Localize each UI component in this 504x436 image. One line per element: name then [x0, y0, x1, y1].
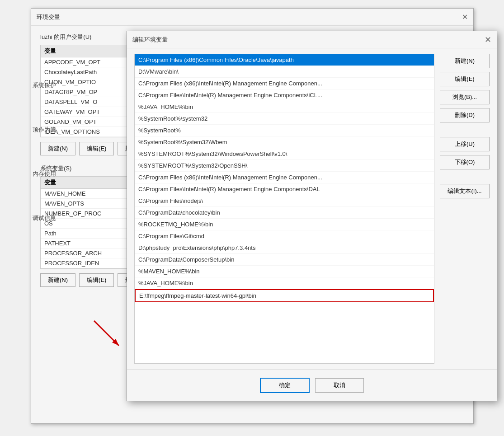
list-item[interactable]: %SystemRoot%\system32 [135, 113, 434, 125]
list-item[interactable]: C:\Program Files\Intel\Intel(R) Manageme… [135, 183, 434, 195]
list-item[interactable]: C:\Program Files (x86)\Intel\Intel(R) Ma… [135, 172, 434, 183]
edit-dialog-body: C:\Program Files (x86)\Common Files\Orac… [127, 48, 497, 369]
sys-new-button[interactable]: 新建(N) [40, 273, 75, 287]
path-list[interactable]: C:\Program Files (x86)\Common Files\Orac… [134, 54, 434, 364]
list-item[interactable]: %JAVA_HOME%\bin [135, 277, 434, 289]
edit-dialog-title: 编辑环境变量 [132, 36, 168, 44]
edit-edittext-button[interactable]: 编辑文本(I)... [440, 184, 490, 198]
list-item[interactable]: C:\ProgramData\chocolatey\bin [135, 207, 434, 219]
list-item[interactable]: %SystemRoot% [135, 125, 434, 136]
sidebar-item-sysprotect[interactable]: 系统保护 [33, 81, 65, 89]
edit-browse-button[interactable]: 浏览(B)... [440, 90, 490, 104]
list-item[interactable]: C:\ProgramData\ComposerSetup\bin [135, 254, 434, 266]
list-item[interactable]: %SYSTEMROOT%\System32\OpenSSH\ [135, 160, 434, 172]
edit-new-button[interactable]: 新建(N) [440, 54, 490, 68]
sidebar-item-memory[interactable]: 内存使用 [33, 170, 65, 178]
edit-dialog-close-button[interactable]: ✕ [485, 36, 491, 44]
sidebar-item-debug[interactable]: 调试信息 [33, 214, 65, 222]
list-item[interactable]: C:\Program Files\Intel\Intel(R) Manageme… [135, 89, 434, 101]
env-window-close-button[interactable]: ✕ [462, 13, 468, 21]
list-item-ffmpeg[interactable]: E:\ffmpeg\ffmpeg-master-latest-win64-gpl… [135, 289, 434, 302]
sys-edit-button[interactable]: 编辑(E) [79, 273, 114, 287]
list-item[interactable]: %ROCKETMQ_HOME%\bin [135, 219, 434, 230]
env-window-title: 环境变量 [37, 13, 60, 21]
sidebar-item-manage[interactable]: 顶作为管 [33, 126, 65, 134]
edit-env-dialog: 编辑环境变量 ✕ C:\Program Files (x86)\Common F… [127, 31, 497, 401]
edit-side-buttons: 新建(N) 编辑(E) 浏览(B)... 删除(D) 上移(U) 下移(O) 编… [440, 54, 490, 364]
edit-edit-button[interactable]: 编辑(E) [440, 72, 490, 86]
list-item[interactable]: %JAVA_HOME%\bin [135, 101, 434, 113]
list-item[interactable]: C:\Program Files (x86)\Common Files\Orac… [135, 54, 434, 66]
edit-delete-button[interactable]: 删除(D) [440, 108, 490, 122]
edit-cancel-button[interactable]: 取消 [315, 378, 364, 393]
list-item[interactable]: D:\VMware\bin\ [135, 66, 434, 78]
user-edit-button[interactable]: 编辑(E) [79, 142, 114, 155]
edit-moveup-button[interactable]: 上移(U) [440, 137, 490, 151]
env-window-titlebar: 环境变量 ✕ [31, 9, 473, 26]
list-item[interactable]: D:\phpstudy_pro\Extensions\php\php7.3.4n… [135, 242, 434, 254]
sidebar-panel: 系统保护 顶作为管 内存使用 调试信息 [31, 81, 65, 222]
edit-dialog-footer: 确定 取消 [127, 369, 497, 401]
list-item[interactable]: %SystemRoot%\System32\Wbem [135, 136, 434, 148]
list-item[interactable]: %MAVEN_HOME%\bin [135, 266, 434, 277]
user-col-var-header: 变量 [44, 47, 135, 55]
list-item[interactable]: C:\Program Files\Git\cmd [135, 230, 434, 242]
list-item[interactable]: C:\Program Files (x86)\Intel\Intel(R) Ma… [135, 78, 434, 89]
edit-ok-button[interactable]: 确定 [260, 378, 310, 393]
edit-movedown-button[interactable]: 下移(O) [440, 155, 490, 169]
list-item[interactable]: %SYSTEMROOT%\System32\WindowsPowerShell\… [135, 148, 434, 160]
edit-dialog-titlebar: 编辑环境变量 ✕ [127, 31, 497, 48]
list-item[interactable]: C:\Program Files\nodejs\ [135, 195, 434, 207]
